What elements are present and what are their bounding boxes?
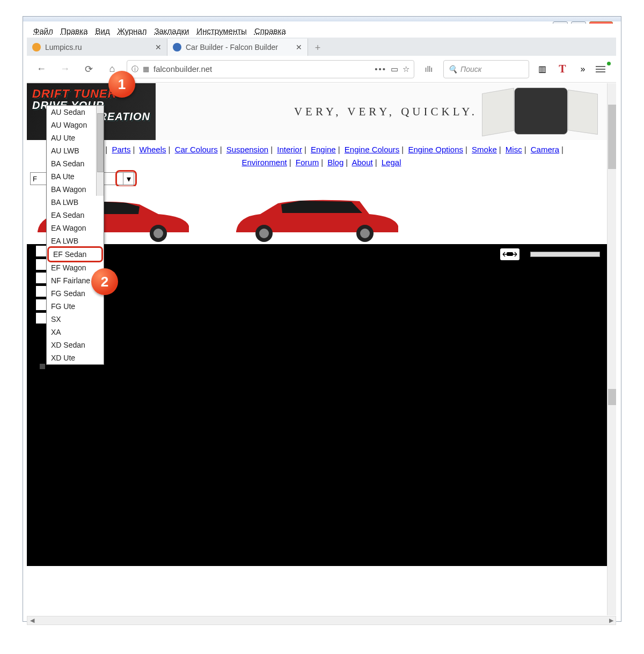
dropdown-option[interactable]: FG Ute xyxy=(47,300,104,313)
nav-misc[interactable]: Misc xyxy=(506,145,522,154)
car-width-icon[interactable] xyxy=(500,248,519,260)
scrollbar-thumb[interactable] xyxy=(608,105,616,169)
zoom-slider[interactable] xyxy=(530,252,600,257)
make-select-value: F xyxy=(33,175,37,183)
url-bar[interactable]: ⓘ ▦ falconbuilder.net ••• ▭ ☆ xyxy=(127,60,414,78)
nav-legal[interactable]: Legal xyxy=(382,158,401,167)
search-placeholder: Поиск xyxy=(460,65,481,74)
nav-row2: Environment| Forum| Blog| About| Legal xyxy=(29,156,614,169)
menu-bookmarks[interactable]: Закладки xyxy=(151,25,192,36)
scrollbar-thumb[interactable] xyxy=(97,113,104,172)
reload-button[interactable]: ⟳ xyxy=(79,60,98,78)
dropdown-option[interactable]: AU Sedan xyxy=(47,106,104,119)
dropdown-option[interactable]: XD Ute xyxy=(47,351,104,364)
header-decoration xyxy=(482,87,611,136)
menu-tools[interactable]: Инструменты xyxy=(193,25,250,36)
preview-canvas: FullScreen Screensh Clone C Save C Load … xyxy=(27,244,616,566)
reader-icon[interactable]: ▭ xyxy=(391,64,398,74)
nav-enginecolours[interactable]: Engine Colours xyxy=(345,145,400,154)
forward-button[interactable]: → xyxy=(56,60,74,78)
menu-history[interactable]: Журнал xyxy=(114,25,150,36)
tab-close-icon[interactable]: ✕ xyxy=(296,43,302,52)
favicon-lumpics xyxy=(32,43,41,52)
tab-title: Lumpics.ru xyxy=(45,43,152,52)
dropdown-option[interactable]: AU LWB xyxy=(47,144,104,157)
library-icon[interactable]: ıllı xyxy=(420,60,438,78)
dropdown-option[interactable]: EA LWB xyxy=(47,234,104,247)
chevron-down-icon: ▾ xyxy=(127,174,131,184)
header-right: VERY, VERY, QUICKLY. xyxy=(156,83,616,140)
new-tab-button[interactable]: + xyxy=(308,40,327,56)
hamburger-menu[interactable] xyxy=(596,62,611,77)
dropdown-option[interactable]: BA Ute xyxy=(47,170,104,183)
dropdown-option[interactable]: SX xyxy=(47,313,104,326)
menu-help[interactable]: Справка xyxy=(251,25,289,36)
nav-smoke[interactable]: Smoke xyxy=(472,145,497,154)
nav-blog[interactable]: Blog xyxy=(327,158,343,167)
scrollbar-thumb[interactable] xyxy=(608,389,616,405)
tab-strip: Lumpics.ru ✕ Car Builder - Falcon Builde… xyxy=(27,38,616,56)
extension-t-icon[interactable]: T xyxy=(555,62,570,77)
search-box[interactable]: 🔍 Поиск xyxy=(443,60,529,78)
tab-carbuilder[interactable]: Car Builder - Falcon Builder ✕ xyxy=(167,39,308,56)
nav-engineoptions[interactable]: Engine Options xyxy=(408,145,463,154)
page-vertical-scrollbar[interactable] xyxy=(607,83,616,615)
canvas-top-controls xyxy=(500,248,600,260)
nav-interior[interactable]: Interior xyxy=(277,145,302,154)
menu-view[interactable]: Вид xyxy=(92,25,113,36)
nav-carcolours[interactable]: Car Colours xyxy=(175,145,218,154)
nav-suspension[interactable]: Suspension xyxy=(226,145,268,154)
url-text: falconbuilder.net xyxy=(153,64,370,74)
model-dropdown[interactable]: AU SedanAU WagonAU UteAU LWBBA SedanBA U… xyxy=(46,105,104,365)
page-actions-icon[interactable]: ••• xyxy=(375,64,386,74)
dropdown-option[interactable]: AU Ute xyxy=(47,131,104,144)
notification-dot xyxy=(607,62,611,65)
info-icon: ⓘ xyxy=(131,64,138,74)
tab-lumpics[interactable]: Lumpics.ru ✕ xyxy=(27,39,167,56)
nav-camera[interactable]: Camera xyxy=(531,145,559,154)
sidebar-icon[interactable]: ▥ xyxy=(535,62,550,77)
tab-title: Car Builder - Falcon Builder xyxy=(186,43,292,52)
dropdown-option[interactable]: BA Sedan xyxy=(47,157,104,170)
nav-environment[interactable]: Environment xyxy=(242,158,287,167)
nav-about[interactable]: About xyxy=(352,158,373,167)
scroll-right-icon[interactable]: ▶ xyxy=(606,616,616,624)
page-content: DRIFT TUNER DRIVE YOUR CREATION VERY, VE… xyxy=(27,83,616,615)
svg-point-3 xyxy=(153,229,163,238)
search-icon: 🔍 xyxy=(448,65,457,74)
dropdown-option[interactable]: AU Wagon xyxy=(47,119,104,131)
nav-forum[interactable]: Forum xyxy=(296,158,319,167)
back-button[interactable]: ← xyxy=(32,60,50,78)
dropdown-option[interactable]: XD Sedan xyxy=(47,339,104,351)
nav-engine[interactable]: Engine xyxy=(311,145,336,154)
car-wagon xyxy=(231,194,402,242)
dropdown-option[interactable]: XA xyxy=(47,326,104,339)
overflow-icon[interactable]: » xyxy=(575,62,590,77)
control-row: F ▾ ▾ xyxy=(27,171,616,186)
dropdown-option[interactable]: BA Wagon xyxy=(47,183,104,196)
car-gallery xyxy=(27,186,616,244)
favicon-carbuilder xyxy=(173,43,181,52)
svg-rect-8 xyxy=(507,252,513,256)
header-slogan: VERY, VERY, QUICKLY. xyxy=(294,105,478,119)
dropdown-option[interactable]: EA Sedan xyxy=(47,209,104,222)
bookmark-star-icon[interactable]: ☆ xyxy=(402,64,409,74)
model-select-arrow[interactable]: ▾ xyxy=(123,173,134,185)
annotation-callout-1: 1 xyxy=(108,71,135,98)
dropdown-option[interactable]: BA LWB xyxy=(47,196,104,209)
horizontal-scrollbar[interactable]: ◀ ▶ xyxy=(27,616,616,625)
menu-edit[interactable]: Правка xyxy=(57,25,91,36)
dropdown-scrollbar[interactable] xyxy=(96,106,104,196)
annotation-callout-2: 2 xyxy=(91,268,118,295)
titlebar xyxy=(23,17,621,21)
nav-parts[interactable]: Parts xyxy=(112,145,130,154)
menu-file[interactable]: Файл xyxy=(30,25,56,36)
nav-wheels[interactable]: Wheels xyxy=(140,145,166,154)
dropdown-option[interactable]: EA Wagon xyxy=(47,222,104,234)
scroll-left-icon[interactable]: ◀ xyxy=(27,616,36,624)
nav-row1: Models| Parts| Wheels| Car Colours| Susp… xyxy=(29,143,614,156)
tab-close-icon[interactable]: ✕ xyxy=(155,43,162,52)
site-icon: ▦ xyxy=(143,65,149,73)
dropdown-option[interactable]: EF Sedan xyxy=(47,246,103,262)
svg-point-7 xyxy=(360,229,370,238)
